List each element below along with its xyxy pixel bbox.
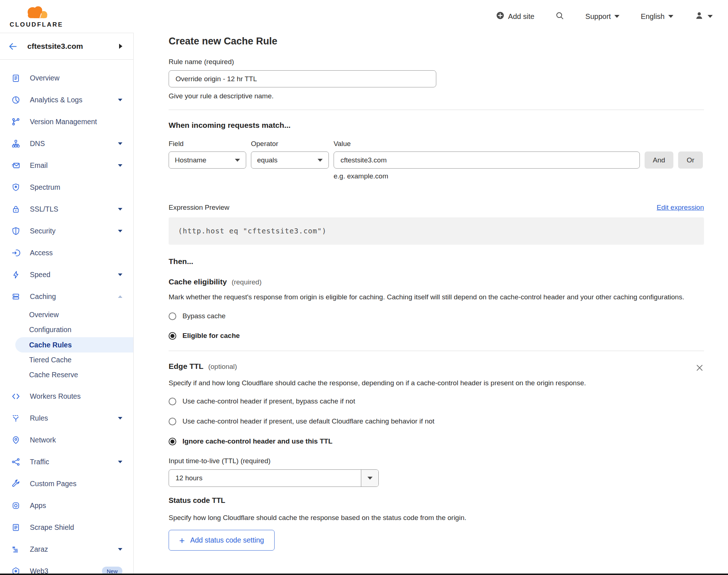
bypass-cache-option[interactable]: Bypass cache [169, 312, 704, 320]
rule-name-input[interactable] [169, 70, 436, 87]
value-label: Value [334, 140, 640, 148]
user-icon [694, 11, 704, 22]
then-heading: Then... [169, 257, 704, 266]
radio-checked-icon[interactable] [169, 332, 176, 340]
shield-star-icon [11, 182, 20, 192]
clipboard-icon [11, 73, 20, 83]
cloudflare-wordmark: CLOUDFLARE [9, 21, 63, 28]
cache-eligibility-heading: Cache eligibility [169, 277, 227, 286]
account-menu[interactable] [694, 11, 713, 22]
sidebar-item-spectrum[interactable]: Spectrum [0, 176, 133, 198]
sidebar-subitem-caching-overview[interactable]: Overview [0, 307, 133, 322]
field-label: Field [169, 140, 246, 148]
sidebar-item-traffic[interactable]: Traffic [0, 451, 133, 473]
edit-expression-link[interactable]: Edit expression [657, 204, 704, 212]
sidebar-item-dns[interactable]: DNS [0, 133, 133, 154]
status-code-ttl-heading: Status code TTL [169, 496, 704, 505]
sidebar-item-web3[interactable]: Web3 New [0, 560, 133, 574]
sidebar-item-analytics-logs[interactable]: Analytics & Logs [0, 89, 133, 111]
sidebar-nav: Overview Analytics & Logs Version Manage… [0, 60, 133, 574]
shield-icon [11, 226, 20, 236]
chevron-down-icon [118, 208, 122, 210]
expression-preview-label: Expression Preview [169, 204, 229, 212]
match-heading: When incoming requests match... [169, 121, 704, 130]
site-switcher[interactable]: cftestsite3.com [0, 33, 133, 60]
chevron-down-icon [614, 15, 619, 18]
add-status-code-button[interactable]: + Add status code setting [169, 530, 275, 551]
eligible-for-cache-option[interactable]: Eligible for cache [169, 332, 704, 340]
edge-ttl-heading-row: Edge TTL (optional) [169, 362, 704, 372]
envelope-icon [11, 161, 20, 170]
radio-unchecked-icon[interactable] [169, 398, 176, 405]
add-site-button[interactable]: Add site [496, 11, 534, 21]
sidebar-item-caching[interactable]: Caching [0, 285, 133, 307]
search-button[interactable] [555, 11, 564, 22]
field-select[interactable]: Hostname [169, 151, 246, 169]
status-code-ttl-description: Specify how long Cloudflare should cache… [169, 512, 704, 523]
sidebar-item-apps[interactable]: Apps [0, 495, 133, 516]
edge-ttl-heading: Edge TTL [169, 362, 204, 371]
sidebar-item-scrape-shield[interactable]: Scrape Shield [0, 516, 133, 538]
chevron-right-icon[interactable] [119, 44, 122, 49]
cloudflare-logo[interactable]: CLOUDFLARE [7, 4, 66, 28]
sidebar-item-zaraz[interactable]: Zaraz [0, 538, 133, 560]
back-arrow-icon[interactable] [8, 42, 18, 51]
chevron-down-icon [708, 15, 713, 18]
cache-eligibility-description: Mark whether the request's response from… [169, 291, 695, 303]
radio-unchecked-icon[interactable] [169, 418, 176, 425]
lightning-icon [11, 270, 20, 279]
sidebar: cftestsite3.com Overview Analytics & Log… [0, 33, 134, 574]
sidebar-item-email[interactable]: Email [0, 154, 133, 176]
or-button[interactable]: Or [678, 151, 703, 169]
login-arrow-icon [11, 248, 20, 257]
radio-unchecked-icon[interactable] [169, 312, 176, 320]
required-tag: (required) [232, 278, 261, 286]
close-icon[interactable] [695, 362, 704, 372]
chevron-down-icon [118, 461, 122, 463]
sidebar-item-speed[interactable]: Speed [0, 264, 133, 285]
sidebar-item-version-management[interactable]: Version Management [0, 111, 133, 133]
chevron-up-icon [118, 295, 122, 298]
sidebar-subitem-cache-rules[interactable]: Cache Rules [15, 337, 133, 353]
git-branch-icon [11, 117, 20, 126]
sidebar-item-network[interactable]: Network [0, 429, 133, 451]
operator-select[interactable]: equals [251, 151, 329, 169]
window-bottom-edge [0, 574, 728, 575]
rule-name-helper: Give your rule a descriptive name. [169, 92, 704, 100]
cache-eligibility-heading-row: Cache eligibility (required) [169, 277, 704, 286]
dropdown-caret-segment[interactable] [361, 470, 378, 487]
sidebar-item-security[interactable]: Security [0, 220, 133, 242]
support-menu[interactable]: Support [585, 12, 619, 21]
sidebar-subitem-cache-reserve[interactable]: Cache Reserve [0, 367, 133, 382]
sidebar-item-workers-routes[interactable]: Workers Routes [0, 385, 133, 407]
header-menu: Add site Support English [496, 11, 713, 22]
radio-checked-icon[interactable] [169, 438, 176, 445]
edge-ttl-option-default[interactable]: Use cache-control header if present, use… [169, 417, 704, 425]
value-input[interactable] [334, 151, 640, 169]
sidebar-item-custom-pages[interactable]: Custom Pages [0, 473, 133, 495]
divider [169, 351, 704, 351]
chevron-down-icon [235, 159, 240, 162]
sidebar-item-rules[interactable]: Rules [0, 407, 133, 429]
new-badge: New [102, 567, 122, 574]
bars-icon [11, 544, 20, 554]
expression-preview-row: Expression Preview Edit expression [169, 204, 704, 212]
optional-tag: (optional) [208, 363, 237, 371]
and-button[interactable]: And [645, 151, 673, 169]
ttl-select[interactable]: 12 hours [169, 469, 379, 487]
hexagon-star-icon [11, 566, 20, 574]
padlock-icon [11, 204, 20, 214]
sidebar-subitem-tiered-cache[interactable]: Tiered Cache [0, 353, 133, 367]
expression-preview-box: (http.host eq "cftestsite3.com") [169, 217, 704, 245]
ttl-input-label: Input time-to-live (TTL) (required) [169, 457, 704, 465]
wrench-icon [11, 479, 20, 488]
language-menu[interactable]: English [641, 12, 673, 21]
sidebar-item-access[interactable]: Access [0, 242, 133, 264]
sidebar-subitem-configuration[interactable]: Configuration [0, 322, 133, 337]
sidebar-item-overview[interactable]: Overview [0, 67, 133, 89]
expression-code: (http.host eq "cftestsite3.com") [178, 227, 327, 235]
edge-ttl-option-bypass[interactable]: Use cache-control header if present, byp… [169, 397, 704, 405]
sidebar-item-ssl-tls[interactable]: SSL/TLS [0, 198, 133, 220]
chevron-down-icon [118, 417, 122, 420]
edge-ttl-option-ignore[interactable]: Ignore cache-control header and use this… [169, 437, 704, 445]
